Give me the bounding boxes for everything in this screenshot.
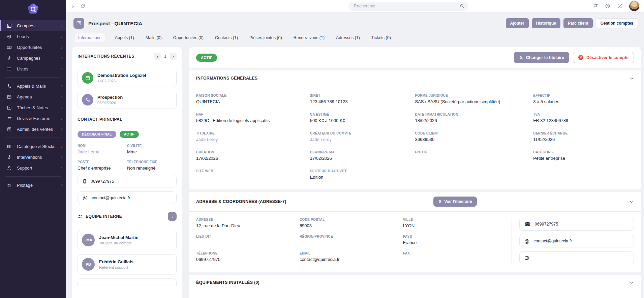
tab-adresses[interactable]: Adresses (1) (335, 33, 361, 42)
equipment-section-header[interactable]: ÉQUIPEMENTS INSTALLÉS (0) (189, 275, 641, 290)
app-logo[interactable] (0, 0, 66, 18)
pager-prev-icon[interactable]: ‹ (154, 53, 161, 60)
field-value: Mme (127, 149, 177, 155)
field-raison-sociale: RAISON SOCIALEQUINTECIA (196, 94, 310, 105)
field-createur: CRÉATEUR DU COMPTEJade Leroy (310, 131, 415, 142)
member-role: Référent support (99, 265, 133, 269)
address-contact-boxes: ☎ 0699727975 @ contact@quintecia.fr (519, 218, 634, 264)
field-derniere-maj: DERNIÈRE MAJ17/02/2026 (310, 150, 415, 161)
sidebar-item-opportunites[interactable]: Opportunités › (0, 42, 66, 53)
status-actions: Changer le titulaire ✕ Désactiver le com… (514, 52, 634, 63)
field-label: SECTEUR D'ACTIVITÉ (310, 169, 415, 173)
field-value: 17/02/2026 (310, 156, 415, 161)
sidebar-item-support[interactable]: Support › (0, 162, 66, 173)
tab-mails[interactable]: Mails (0) (144, 33, 163, 42)
tab-opportunites[interactable]: Opportunités (0) (172, 33, 205, 42)
sidebar-item-label: Opportunités (15, 45, 61, 50)
sidebar-item-taches-notes[interactable]: Tâches & Notes › (0, 102, 66, 113)
sidebar-collapse-chevron-icon[interactable]: › (72, 3, 74, 9)
chevron-down-icon[interactable] (630, 76, 634, 81)
ajouter-button[interactable]: Ajouter (506, 18, 529, 28)
field-secteur: SECTEUR D'ACTIVITÉEdition (310, 169, 415, 180)
field-label: TÉLÉPHONE FIXE (127, 160, 177, 164)
phone-icon (7, 84, 15, 89)
sidebar-item-agenda[interactable]: Agenda › (0, 91, 66, 102)
sidebar-item-listes[interactable]: Listes › (0, 63, 66, 74)
team-member[interactable]: JMA Jean-Michel Martin Titulaire du comp… (78, 230, 177, 250)
flag-notification-icon[interactable] (593, 3, 598, 9)
clock-history-icon[interactable] (605, 3, 610, 9)
sidebar-item-catalogue-stocks[interactable]: Catalogue & Stocks › (0, 141, 66, 152)
team-member[interactable] (78, 278, 177, 286)
add-team-member-button[interactable]: + (168, 212, 177, 221)
sidebar-item-appels-mails[interactable]: Appels & Mails › (0, 81, 66, 91)
interactions-header: INTERACTIONS RÉCENTES ‹ 1 › (78, 53, 177, 60)
chevron-right-icon: › (61, 56, 63, 60)
sidebar-item-leads[interactable]: Leads › (0, 31, 66, 42)
field-site-web: SITE WEB (196, 169, 310, 180)
pager-page-number: 1 (164, 54, 166, 59)
member-role: Titulaire du compte (99, 241, 139, 245)
gestion-comptes-button[interactable]: Gestion comptes (596, 18, 638, 28)
deactivate-account-button[interactable]: ✕ Désactiver le compte (573, 52, 634, 63)
field-value (415, 156, 533, 161)
field-label: SITE WEB (196, 169, 310, 173)
search-icon[interactable] (460, 4, 464, 8)
tab-tickets[interactable]: Tickets (0) (370, 33, 392, 42)
address-phone-number: 0699727975 (535, 222, 558, 227)
calendar-icon (7, 94, 15, 99)
tools-icon[interactable] (617, 3, 622, 9)
contact-mobile-button[interactable]: 0699727975 (78, 175, 177, 187)
parc-client-button[interactable]: Parc client (563, 18, 593, 28)
change-owner-button[interactable]: Changer le titulaire (514, 52, 569, 63)
tab-rendez-vous[interactable]: Rendez-vous (1) (292, 33, 326, 42)
pager-next-icon[interactable]: › (170, 53, 177, 60)
tab-appels[interactable]: Appels (1) (114, 33, 135, 42)
sidebar-item-comptes[interactable]: Comptes › (0, 20, 66, 31)
x-circle-icon: ✕ (578, 55, 583, 60)
route-button[interactable]: Voir l'itinéraire (433, 197, 477, 207)
empty-cell (533, 169, 634, 180)
tab-contacts[interactable]: Contacts (1) (214, 33, 239, 42)
chevron-down-icon[interactable] (630, 200, 634, 204)
tab-pieces-jointes[interactable]: Pièces-jointes (0) (248, 33, 283, 42)
divider (78, 126, 177, 126)
general-section-header[interactable]: INFORMATIONS GÉNÉRALES (189, 70, 641, 86)
search-input[interactable] (354, 4, 460, 8)
status-badge: ACTIF (120, 131, 139, 138)
field-region: RÉGION/PROVINCE (300, 235, 403, 245)
field-label: EFFECTIF (533, 94, 634, 97)
historique-button[interactable]: Historique (532, 18, 560, 28)
address-section-header[interactable]: ADRESSE & COORDONNÉES (ADRESSE-7) Voir l… (189, 192, 641, 211)
address-body: ADRESSE12, rue de la Part-Dieu CODE POST… (189, 212, 641, 272)
interaction-item[interactable]: Démonstration Logiciel 11/02/2026 (78, 69, 177, 87)
address-email-button[interactable]: @ contact@quintecia.fr (519, 235, 634, 247)
sidebar-item-label: Listes (15, 66, 61, 71)
owner-link[interactable]: Jade Leroy (196, 137, 310, 142)
sidebar-item-interventions[interactable]: Interventions › (0, 152, 66, 162)
user-avatar[interactable] (629, 1, 639, 11)
sliders-icon (7, 183, 15, 188)
sidebar-item-devis-factures[interactable]: Devis & Factures › (0, 113, 66, 124)
chevron-down-icon[interactable] (630, 280, 634, 285)
sidebar-item-campagnes[interactable]: Campagnes › (0, 53, 66, 63)
contact-name-link[interactable]: Jade Leroy (78, 149, 127, 155)
address-phone-button[interactable]: ☎ 0699727975 (519, 218, 634, 231)
interaction-item[interactable]: Prospection 03/02/2026 (78, 91, 177, 109)
refresh-icon[interactable] (80, 4, 85, 9)
contact-email-button[interactable]: @ contact@quintecia.fr (78, 191, 177, 204)
field-value (300, 240, 403, 245)
company-icon (73, 18, 84, 29)
tab-informations[interactable]: Informations (75, 33, 105, 42)
sidebar-item-admin-ventes[interactable]: Admin. des ventes › (0, 124, 66, 135)
team-member[interactable]: PB Frédéric Guillais Référent support (78, 254, 177, 274)
sidebar-item-pilotage[interactable]: Pilotage › (0, 180, 66, 190)
account-page: Prospect - QUINTECIA Ajouter Historique … (66, 12, 644, 298)
page-header: Prospect - QUINTECIA Ajouter Historique … (71, 17, 641, 29)
empty-cell (415, 169, 533, 180)
sidebar-item-label: Devis & Factures (15, 116, 61, 121)
address-website-button[interactable] (519, 251, 634, 264)
creator-link[interactable]: Jade Leroy (310, 137, 415, 142)
field-telephone: TÉLÉPHONE0699727975 (196, 251, 300, 262)
field-value: Petite entreprise (533, 156, 634, 161)
